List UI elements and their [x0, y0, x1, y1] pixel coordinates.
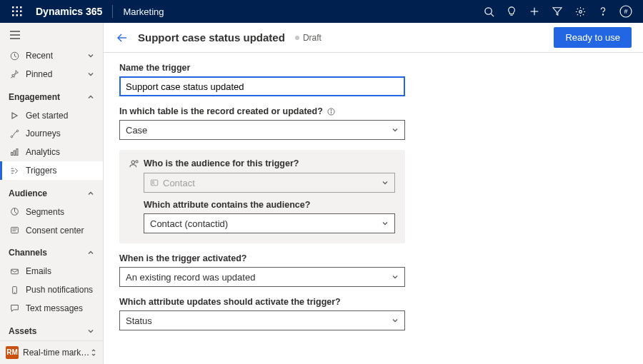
- table-select[interactable]: Case: [119, 120, 405, 140]
- select-value: Contact (contactid): [150, 218, 228, 229]
- status-dot-icon: [295, 36, 299, 40]
- info-icon[interactable]: [327, 108, 335, 116]
- trigger-name-input[interactable]: [119, 76, 405, 96]
- audience-panel: Who is the audience for this trigger? Co…: [119, 150, 405, 243]
- app-launcher-icon[interactable]: [6, 0, 29, 23]
- sidebar-section-engagement[interactable]: Engagement: [0, 88, 103, 106]
- chevron-up-icon: [87, 249, 94, 256]
- svg-rect-7: [16, 14, 19, 16]
- svg-point-15: [579, 10, 582, 13]
- page-title: Support case status updated: [138, 31, 285, 44]
- audience-heading: Who is the audience for this trigger?: [144, 158, 299, 168]
- sidebar-item-journeys[interactable]: Journeys: [0, 125, 103, 143]
- when-select[interactable]: An existing record was updated: [119, 267, 405, 287]
- product-brand: Dynamics 365: [29, 6, 109, 17]
- name-label: Name the trigger: [119, 63, 405, 73]
- sidebar-recent[interactable]: Recent: [0, 46, 103, 65]
- topbar-divider: [112, 5, 113, 18]
- help-icon[interactable]: [592, 0, 614, 23]
- svg-rect-28: [16, 148, 17, 155]
- back-button[interactable]: [115, 31, 129, 45]
- settings-icon[interactable]: [569, 0, 592, 23]
- chevron-down-icon: [87, 328, 94, 335]
- sidebar-section-channels[interactable]: Channels: [0, 244, 103, 263]
- form-body: Name the trigger In which table is the r…: [104, 53, 643, 350]
- nav-label: Recent: [26, 51, 53, 61]
- section-label: Engagement: [9, 92, 60, 102]
- svg-line-10: [491, 14, 494, 16]
- ready-to-use-button[interactable]: Ready to use: [554, 27, 632, 48]
- chevron-down-icon: [87, 52, 94, 59]
- sidebar-item-emails[interactable]: Emails: [0, 262, 103, 280]
- clock-icon: [9, 50, 20, 61]
- sidebar-item-segments[interactable]: Segments: [0, 203, 103, 221]
- select-value: Case: [126, 125, 147, 136]
- svg-rect-1: [16, 6, 19, 9]
- select-value: Status: [126, 315, 152, 326]
- nav-label: Text messages: [26, 303, 83, 313]
- add-icon[interactable]: [523, 0, 546, 23]
- section-label: Channels: [9, 248, 47, 258]
- chevron-down-icon: [382, 220, 389, 227]
- play-icon: [9, 110, 20, 121]
- nav-label: Emails: [26, 266, 51, 276]
- section-label: Audience: [9, 188, 47, 198]
- chevron-down-icon: [392, 126, 399, 133]
- svg-rect-2: [20, 6, 22, 9]
- chevron-down-icon: [392, 317, 399, 324]
- table-label: In which table is the record created or …: [119, 106, 405, 116]
- svg-rect-3: [12, 11, 14, 13]
- command-bar: Support case status updated Draft Ready …: [104, 23, 643, 53]
- sidebar-section-assets[interactable]: Assets: [0, 322, 103, 340]
- attribute-label: Which attribute contains the audience?: [144, 200, 395, 210]
- sidebar-section-audience[interactable]: Audience: [0, 184, 103, 203]
- svg-rect-27: [14, 151, 15, 156]
- sidebar: Recent Pinned Engagement Get started Jou…: [0, 23, 104, 364]
- contact-icon: [150, 178, 159, 187]
- svg-point-9: [484, 7, 491, 14]
- mail-icon: [9, 266, 20, 277]
- svg-point-42: [331, 109, 332, 110]
- svg-rect-33: [11, 228, 18, 233]
- area-switcher[interactable]: RM Real-time marketi...: [0, 340, 103, 364]
- trigger-icon: [9, 165, 20, 176]
- module-name: Marketing: [116, 6, 171, 17]
- chevron-up-icon: [87, 93, 94, 101]
- nav-label: Journeys: [26, 128, 61, 138]
- svg-text:#: #: [624, 8, 627, 15]
- svg-rect-45: [151, 180, 157, 186]
- svg-rect-36: [11, 269, 18, 274]
- updown-icon: [90, 348, 97, 358]
- sidebar-pinned[interactable]: Pinned: [0, 65, 103, 84]
- global-topbar: Dynamics 365 Marketing #: [0, 0, 643, 23]
- select-value: Contact: [163, 178, 195, 188]
- sidebar-item-push[interactable]: Push notifications: [0, 280, 103, 299]
- sidebar-item-triggers[interactable]: Triggers: [0, 161, 103, 180]
- sidebar-item-get-started[interactable]: Get started: [0, 106, 103, 125]
- chevron-down-icon: [87, 71, 94, 78]
- hamburger-icon[interactable]: [0, 23, 103, 46]
- svg-rect-4: [16, 11, 19, 13]
- chevron-down-icon: [382, 179, 389, 186]
- updates-select[interactable]: Status: [119, 310, 405, 330]
- attribute-select[interactable]: Contact (contactid): [144, 213, 395, 233]
- svg-point-43: [131, 161, 134, 163]
- svg-rect-5: [20, 11, 22, 13]
- search-icon[interactable]: [477, 0, 500, 23]
- svg-rect-0: [12, 6, 14, 9]
- svg-point-46: [152, 181, 154, 183]
- sidebar-item-consent-center[interactable]: Consent center: [0, 221, 103, 240]
- pin-icon: [9, 69, 20, 80]
- section-label: Assets: [9, 326, 36, 336]
- analytics-icon: [9, 146, 20, 158]
- svg-rect-6: [12, 14, 14, 16]
- assistant-icon[interactable]: [500, 0, 523, 23]
- area-label: Real-time marketi...: [23, 348, 90, 358]
- message-icon: [9, 303, 20, 314]
- account-icon[interactable]: #: [614, 0, 637, 23]
- filter-icon[interactable]: [546, 0, 569, 23]
- sidebar-item-text[interactable]: Text messages: [0, 299, 103, 318]
- sidebar-item-analytics[interactable]: Analytics: [0, 143, 103, 161]
- chevron-up-icon: [87, 190, 94, 197]
- updates-label: Which attribute updates should activate …: [119, 297, 405, 307]
